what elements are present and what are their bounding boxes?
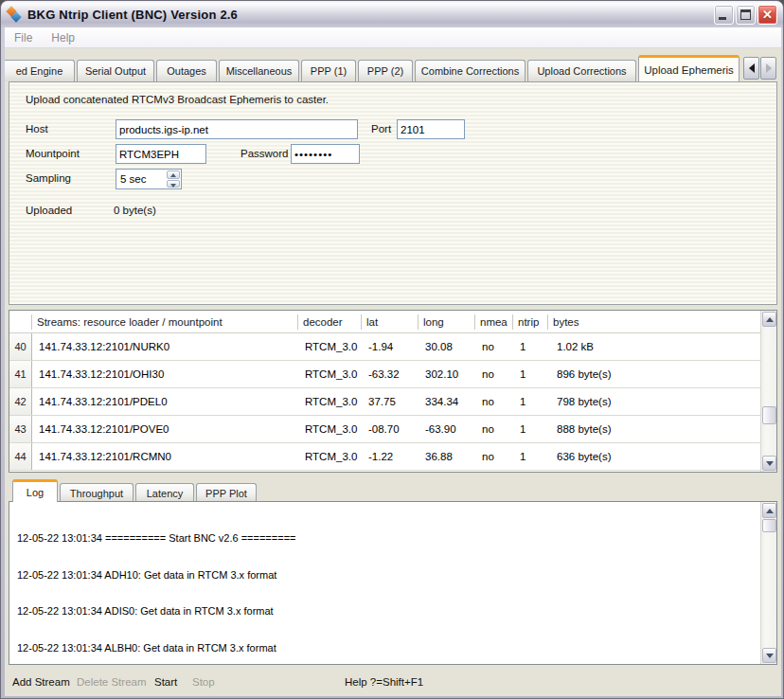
client-area: File Help ed Engine Serial Output Outage… (5, 27, 781, 696)
scroll-up-button[interactable] (762, 503, 776, 518)
host-input[interactable] (116, 119, 358, 139)
scroll-up-button[interactable] (762, 312, 776, 327)
sampling-value: 5 sec (116, 173, 166, 185)
row-number: 44 (9, 443, 32, 470)
header-long[interactable]: long (419, 314, 475, 330)
tab-scroll-left-button[interactable] (743, 57, 759, 80)
header-corner (9, 314, 32, 330)
table-row[interactable]: 40 141.74.33.12:2101/NURK0 RTCM_3.0 -1.9… (9, 333, 760, 361)
scroll-down-button[interactable] (762, 648, 776, 663)
tab-combine-corrections[interactable]: Combine Corrections (415, 60, 526, 81)
header-streams[interactable]: Streams: resource loader / mountpoint (32, 314, 298, 330)
scroll-down-button[interactable] (762, 456, 776, 471)
menu-bar: File Help (5, 27, 781, 48)
streams-table: Streams: resource loader / mountpoint de… (9, 310, 777, 473)
stop-button: Stop (192, 676, 215, 688)
cell-mountpoint: 141.74.33.12:2101/POVE0 (32, 423, 298, 435)
cell-decoder: RTCM_3.0 (298, 341, 362, 352)
arrow-up-icon (766, 317, 774, 322)
log-text: 12-05-22 13:01:34 ========== Start BNC v… (17, 508, 757, 665)
cell-mountpoint: 141.74.33.12:2101/RCMN0 (32, 451, 298, 462)
app-window: BKG Ntrip Client (BNC) Version 2.6 ✕ Fil… (0, 0, 784, 699)
maximize-icon (740, 9, 751, 20)
uploaded-value: 0 byte(s) (114, 205, 156, 216)
add-stream-button[interactable]: Add Stream (12, 676, 70, 688)
header-ntrip[interactable]: ntrip (513, 314, 548, 330)
sampling-up-button[interactable] (167, 170, 180, 179)
start-button[interactable]: Start (154, 676, 177, 688)
tab-serial-output[interactable]: Serial Output (77, 60, 154, 81)
log-line: 12-05-22 13:01:34 ALBH0: Get data in RTC… (17, 642, 757, 654)
cell-mountpoint: 141.74.33.12:2101/NURK0 (32, 341, 298, 352)
arrow-down-icon (766, 461, 774, 466)
mountpoint-input[interactable] (116, 144, 206, 164)
streams-table-header: Streams: resource loader / mountpoint de… (9, 311, 760, 333)
cell-ntrip: 1 (513, 341, 548, 352)
tab-upload-corrections[interactable]: Upload Corrections (527, 60, 636, 81)
log-tab-bar: Log Throughput Latency PPP Plot (9, 479, 777, 502)
cell-long: 36.88 (419, 451, 475, 462)
table-row[interactable]: 42 141.74.33.12:2101/PDEL0 RTCM_3.0 37.7… (9, 388, 760, 416)
cell-long: 30.08 (419, 341, 475, 352)
table-row[interactable]: 44 141.74.33.12:2101/RCMN0 RTCM_3.0 -1.2… (9, 443, 760, 471)
tab-scroll-right-button[interactable] (760, 57, 776, 80)
header-decoder[interactable]: decoder (298, 314, 362, 330)
cell-nmea: no (475, 341, 513, 352)
tab-miscellaneous[interactable]: Miscellaneous (219, 60, 299, 81)
maximize-button[interactable] (736, 5, 756, 25)
port-label: Port (371, 123, 391, 134)
row-number: 43 (9, 416, 32, 442)
scrollbar-thumb[interactable] (762, 519, 776, 532)
streams-scrollbar[interactable] (760, 311, 776, 472)
table-row[interactable]: 43 141.74.33.12:2101/POVE0 RTCM_3.0 -08.… (9, 416, 760, 443)
help-hint: Help ?=Shift+F1 (345, 676, 423, 688)
window-title: BKG Ntrip Client (BNC) Version 2.6 (27, 8, 238, 22)
port-input[interactable] (397, 119, 465, 139)
log-panel[interactable]: 12-05-22 13:01:34 ========== Start BNC v… (9, 501, 777, 665)
tab-ppp-2[interactable]: PPP (2) (358, 60, 413, 81)
host-label: Host (26, 123, 48, 134)
delete-stream-button: Delete Stream (77, 676, 147, 688)
cell-bytes: 798 byte(s) (548, 396, 760, 407)
cell-long: 302.10 (419, 368, 475, 380)
main-tab-bar: ed Engine Serial Output Outages Miscella… (5, 54, 781, 81)
scrollbar-thumb[interactable] (762, 406, 776, 424)
sampling-down-button[interactable] (167, 180, 180, 188)
tab-log[interactable]: Log (12, 479, 58, 502)
cell-bytes: 896 byte(s) (548, 368, 760, 380)
cell-nmea: no (475, 396, 513, 407)
bottom-action-bar: Add Stream Delete Stream Start Stop Help… (5, 670, 781, 696)
menu-help[interactable]: Help (42, 31, 84, 45)
app-icon (7, 7, 23, 23)
row-number: 41 (9, 361, 32, 387)
tab-latency[interactable]: Latency (135, 483, 194, 502)
header-bytes[interactable]: bytes (548, 314, 760, 330)
menu-file[interactable]: File (5, 31, 42, 45)
arrow-up-icon (766, 509, 774, 513)
upload-ephemeris-pane: Upload concatenated RTCMv3 Broadcast Eph… (9, 81, 777, 305)
header-nmea[interactable]: nmea (475, 314, 513, 330)
chevron-left-icon (749, 63, 755, 73)
tab-throughput[interactable]: Throughput (60, 483, 134, 502)
cell-long: -63.90 (419, 423, 475, 435)
minimize-button[interactable] (714, 5, 734, 25)
tab-ppp-1[interactable]: PPP (1) (301, 60, 356, 81)
table-row[interactable]: 41 141.74.33.12:2101/OHI30 RTCM_3.0 -63.… (9, 361, 760, 388)
cell-bytes: 636 byte(s) (548, 451, 760, 462)
chevron-right-icon (766, 63, 772, 73)
password-input[interactable] (291, 144, 360, 164)
log-scrollbar[interactable] (760, 502, 776, 664)
uploaded-label: Uploaded (26, 205, 72, 216)
cell-ntrip: 1 (513, 451, 548, 462)
tab-outages[interactable]: Outages (156, 60, 217, 81)
sampling-spinner[interactable]: 5 sec (116, 169, 182, 189)
tab-upload-ephemeris[interactable]: Upload Ephemeris (638, 55, 739, 81)
tab-ppp-plot[interactable]: PPP Plot (196, 483, 257, 502)
cell-lat: -08.70 (362, 423, 419, 435)
title-bar[interactable]: BKG Ntrip Client (BNC) Version 2.6 ✕ (1, 1, 783, 27)
header-lat[interactable]: lat (362, 314, 419, 330)
cell-lat: -63.32 (362, 368, 419, 380)
cell-lat: -1.94 (362, 341, 419, 352)
tab-feed-engine[interactable]: ed Engine (5, 60, 75, 81)
close-button[interactable]: ✕ (757, 5, 777, 25)
